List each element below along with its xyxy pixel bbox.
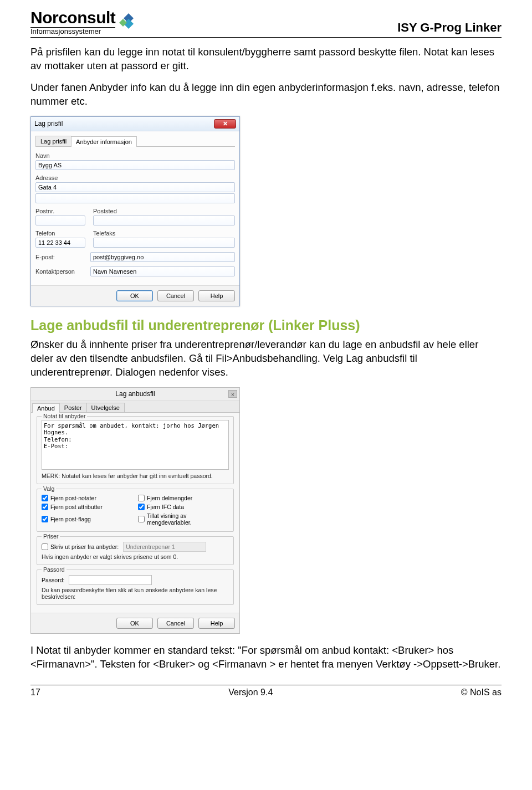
note-priser: Hvis ingen anbyder er valgt skrives pris…	[42, 553, 229, 560]
logo: Norconsult Informasjonssystemer	[30, 10, 139, 35]
input-kontaktperson[interactable]: Navn Navnesen	[90, 266, 235, 276]
label-kontaktperson: Kontaktperson	[35, 268, 83, 275]
dialog-lag-anbudsfil: Lag anbudsfil × Anbud Poster Utvelgelse …	[30, 387, 240, 634]
input-adresse[interactable]: Gata 4	[35, 182, 235, 192]
help-button[interactable]: Help	[198, 290, 235, 301]
label-epost: E-post:	[35, 254, 83, 260]
logo-name: Norconsult	[30, 10, 115, 26]
check-fjern-delmengder[interactable]: Fjern delmengder	[138, 495, 229, 501]
input-poststed[interactable]	[93, 216, 235, 225]
version: Versjon 9.4	[228, 688, 273, 697]
check-label: Fjern post-flagg	[50, 516, 91, 522]
input-adresse-2[interactable]	[35, 193, 235, 203]
select-anbyder[interactable]: Underentrepenør 1	[123, 542, 206, 552]
note-notat: MERK: Notatet kan leses før anbyder har …	[42, 473, 229, 479]
fieldset-priser: Priser Skriv ut priser fra anbyder: Unde…	[37, 536, 234, 565]
doc-title: ISY G-Prog Linker	[397, 20, 502, 35]
paragraph-4: I Notat til anbyder kommer en standard t…	[30, 644, 502, 671]
note-passord: Du kan passordbeskytte filen slik at kun…	[42, 587, 229, 600]
tab-poster[interactable]: Poster	[59, 403, 87, 412]
fieldset-valg: Valg Fjern post-notater Fjern delmengder…	[37, 489, 234, 532]
dialog2-titlebar: Lag anbudsfil ×	[31, 388, 239, 401]
paragraph-1: På prisfilen kan du legge inn notat til …	[30, 45, 502, 73]
close-icon[interactable]: ✕	[214, 119, 236, 129]
input-postnr[interactable]	[35, 216, 85, 225]
input-navn[interactable]: Bygg AS	[35, 160, 235, 170]
paragraph-3: Ønsker du å innhente priser fra underent…	[30, 338, 502, 379]
check-fjern-post-attributter[interactable]: Fjern post attributter	[42, 504, 132, 510]
check-fjern-post-notater[interactable]: Fjern post-notater	[42, 495, 132, 501]
dialog1-titlebar: Lag prisfil ✕	[31, 117, 239, 131]
input-telefaks[interactable]	[93, 238, 235, 248]
textarea-notat[interactable]	[42, 420, 229, 470]
page-footer: 17 Versjon 9.4 © NoIS as	[30, 685, 502, 697]
fieldset-passord: Passord Passord: Du kan passordbeskytte …	[37, 570, 234, 605]
input-passord[interactable]	[69, 575, 152, 585]
label-telefon: Telefon	[35, 230, 85, 237]
check-fjern-ifc-data[interactable]: Fjern IFC data	[138, 504, 229, 510]
dialog1-tabs: Lag prisfil Anbyder informasjon	[35, 136, 235, 147]
fieldset-notat: Notat til anbyder MERK: Notatet kan lese…	[37, 416, 234, 484]
paragraph-2: Under fanen Anbyder info kan du å legge …	[30, 81, 502, 109]
label-postnr: Postnr.	[35, 208, 85, 214]
check-fjern-post-flagg[interactable]: Fjern post-flagg	[42, 512, 132, 526]
input-telefon[interactable]: 11 22 33 44	[35, 238, 85, 248]
ok-button[interactable]: OK	[116, 618, 153, 629]
section-heading: Lage anbudsfil til underentreprenør (Lin…	[30, 317, 502, 334]
dialog-lag-prisfil: Lag prisfil ✕ Lag prisfil Anbyder inform…	[30, 116, 240, 306]
check-label: Tillat visning av mengdevariabler.	[147, 512, 229, 526]
check-label: Fjern IFC data	[147, 504, 184, 510]
check-label: Fjern post-notater	[50, 495, 96, 501]
tab-anbyder-informasjon[interactable]: Anbyder informasjon	[71, 136, 137, 147]
dialog2-tabs: Anbud Poster Utvelgelse	[31, 401, 239, 413]
input-epost[interactable]: post@byggiveg.no	[90, 252, 235, 262]
check-skriv-ut-priser[interactable]: Skriv ut priser fra anbyder:	[42, 543, 119, 550]
legend-passord: Passord	[42, 566, 66, 573]
tab-lag-prisfil[interactable]: Lag prisfil	[35, 136, 71, 146]
label-adresse: Adresse	[35, 175, 235, 181]
label-telefaks: Telefaks	[93, 230, 235, 237]
page-number: 17	[30, 688, 40, 697]
legend-priser: Priser	[42, 533, 60, 540]
copyright: © NoIS as	[461, 688, 502, 697]
label-passord: Passord:	[42, 577, 64, 583]
cancel-button[interactable]: Cancel	[157, 618, 194, 629]
close-icon[interactable]: ×	[228, 390, 237, 398]
logo-diamond-icon	[119, 12, 139, 32]
help-button[interactable]: Help	[198, 618, 235, 629]
legend-valg: Valg	[42, 485, 56, 492]
legend-notat: Notat til anbyder	[42, 413, 87, 419]
check-tillat-mengdevariabler[interactable]: Tillat visning av mengdevariabler.	[138, 512, 229, 526]
label-navn: Navn	[35, 152, 235, 159]
ok-button[interactable]: OK	[116, 290, 153, 301]
cancel-button[interactable]: Cancel	[157, 290, 194, 301]
tab-utvelgelse[interactable]: Utvelgelse	[86, 403, 125, 412]
check-label: Skriv ut priser fra anbyder:	[50, 543, 119, 550]
check-label: Fjern post attributter	[50, 504, 103, 510]
label-poststed: Poststed	[93, 208, 235, 214]
dialog2-title-text: Lag anbudsfil	[115, 390, 155, 398]
check-label: Fjern delmengder	[147, 495, 192, 501]
doc-header: Norconsult Informasjonssystemer ISY G-Pr…	[30, 10, 502, 38]
logo-sub: Informasjonssystemer	[30, 27, 115, 35]
tab-anbud[interactable]: Anbud	[32, 403, 60, 413]
dialog1-title-text: Lag prisfil	[34, 120, 63, 127]
